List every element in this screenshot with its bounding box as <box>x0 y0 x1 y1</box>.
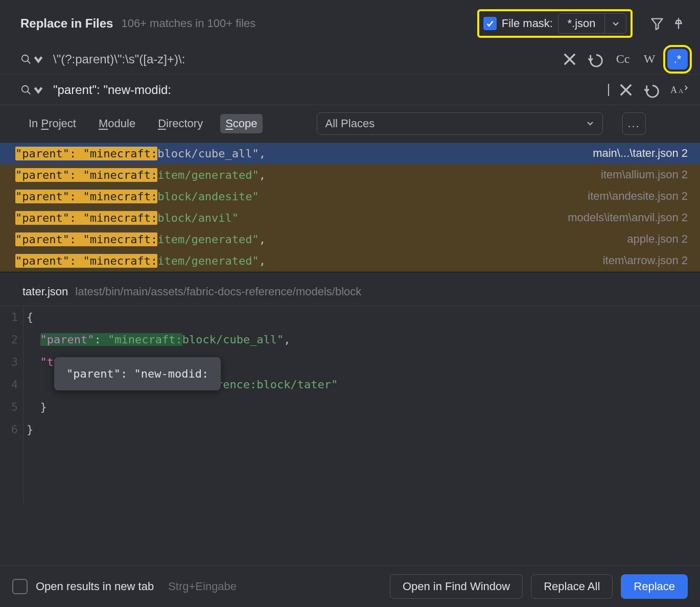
svg-point-1 <box>22 55 29 61</box>
result-row[interactable]: "parent": "minecraft:item/generated",ite… <box>0 164 700 185</box>
whole-word-toggle[interactable]: W <box>641 51 658 68</box>
more-scopes-button[interactable]: ... <box>622 112 646 135</box>
replace-history-icon[interactable] <box>644 81 661 99</box>
result-file: models\item\anvil.json 2 <box>568 211 688 224</box>
svg-text:A: A <box>679 87 684 95</box>
scope-tab-roject[interactable]: In Project <box>24 114 81 133</box>
replace-row: "parent": "new-modid: AA <box>0 75 700 105</box>
preview-path: latest/bin/main/assets/fabric-docs-refer… <box>75 285 361 298</box>
scope-tab-cope[interactable]: Scope <box>220 114 262 133</box>
result-row[interactable]: "parent": "minecraft:item/generated",app… <box>0 228 700 250</box>
file-mask-label: File mask: <box>502 17 553 30</box>
code-preview: 123456 { "parent": "minecraft:block/cube… <box>0 306 700 505</box>
result-row[interactable]: "parent": "minecraft:block/anvil"models\… <box>0 207 700 228</box>
svg-line-6 <box>28 91 31 94</box>
pin-icon[interactable] <box>671 16 686 31</box>
file-mask-checkbox[interactable] <box>483 17 497 30</box>
case-sensitive-toggle[interactable]: Cc <box>614 51 632 68</box>
file-mask-group: File mask: <box>477 9 633 38</box>
preserve-case-toggle[interactable]: AA <box>670 81 688 99</box>
preview-header: tater.json latest/bin/main/assets/fabric… <box>0 272 700 306</box>
replace-all-button[interactable]: Replace All <box>531 574 613 599</box>
result-row[interactable]: "parent": "minecraft:block/andesite"item… <box>0 185 700 207</box>
search-input[interactable]: \"(?:parent)\":\s"([a-z]+)\: <box>53 52 552 66</box>
clear-search-icon[interactable] <box>561 51 578 68</box>
match-count: 106+ matches in 100+ files <box>121 17 469 30</box>
regex-toggle[interactable]: .* <box>667 49 688 69</box>
result-file: main\...\tater.json 2 <box>593 147 688 160</box>
replace-button[interactable]: Replace <box>621 574 688 599</box>
search-history-icon[interactable] <box>588 51 605 68</box>
shortcut-hint: Strg+Eingabe <box>168 580 237 593</box>
chevron-down-icon <box>586 117 594 130</box>
result-row[interactable]: "parent": "minecraft:block/cube_all",mai… <box>0 143 700 164</box>
scope-tab-odule[interactable]: Module <box>94 114 141 133</box>
replacement-tooltip: "parent": "new-modid: <box>54 357 221 390</box>
result-row[interactable]: "parent": "minecraft:item/generated",ite… <box>0 250 700 271</box>
scope-places-select[interactable]: All Places <box>317 112 603 135</box>
result-file: item\andesite.json 2 <box>588 190 688 203</box>
scope-row: In ProjectModuleDirectoryScope All Place… <box>0 105 700 143</box>
result-file: item\arrow.json 2 <box>603 254 688 267</box>
file-mask-input-wrap <box>558 13 626 34</box>
result-file: item\allium.json 2 <box>601 168 688 181</box>
preview-filename: tater.json <box>22 285 68 298</box>
file-mask-dropdown[interactable] <box>604 14 626 33</box>
dialog-title: Replace in Files <box>20 16 113 31</box>
replace-input[interactable]: "parent": "new-modid: <box>53 83 608 97</box>
replace-icon[interactable] <box>20 84 44 96</box>
file-mask-input[interactable] <box>558 17 604 30</box>
open-new-tab-checkbox[interactable] <box>12 579 28 594</box>
clear-replace-icon[interactable] <box>617 81 635 99</box>
svg-line-2 <box>28 60 31 63</box>
search-icon[interactable] <box>20 54 44 65</box>
filter-icon[interactable] <box>650 16 664 31</box>
svg-point-5 <box>22 85 29 92</box>
result-file: apple.json 2 <box>627 232 688 246</box>
open-new-tab-label: Open results in new tab <box>36 580 154 593</box>
scope-tab-irectory[interactable]: Directory <box>153 114 208 133</box>
svg-marker-0 <box>652 19 663 30</box>
open-find-window-button[interactable]: Open in Find Window <box>390 574 523 599</box>
search-row: \"(?:parent)\":\s"([a-z]+)\: Cc W .* <box>0 44 700 75</box>
results-list: "parent": "minecraft:block/cube_all",mai… <box>0 143 700 272</box>
code-body[interactable]: { "parent": "minecraft:block/cube_all", … <box>24 306 700 505</box>
svg-text:A: A <box>670 85 678 95</box>
scope-places-value: All Places <box>325 117 375 130</box>
gutter: 123456 <box>0 306 24 505</box>
footer: Open results in new tab Strg+Eingabe Ope… <box>0 566 700 607</box>
